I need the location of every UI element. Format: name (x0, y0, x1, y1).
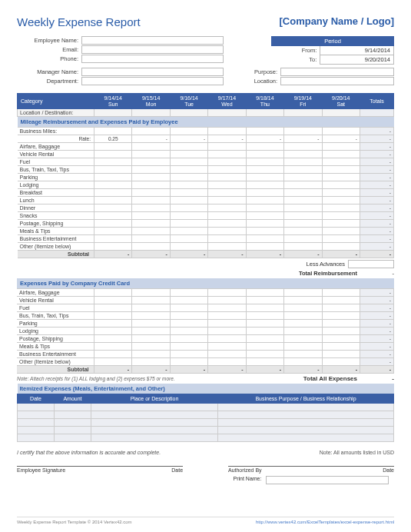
period-table: Period From:9/14/2014 To:9/20/2014 (271, 36, 394, 65)
from-value: 9/14/2014 (320, 46, 394, 55)
employee-signature-label: Employee Signature (17, 467, 65, 473)
col-day-5: 9/19/14Fri (284, 94, 322, 109)
manager-input[interactable] (81, 68, 224, 76)
manager-label: Manager Name: (17, 68, 78, 75)
employee-signature-block: Employee Signature Date (17, 466, 183, 484)
total-reimbursement-value: - (360, 270, 394, 277)
to-label: To: (272, 55, 320, 65)
itemized-header: Itemized Expenses (Meals, Entertainment,… (18, 384, 394, 394)
dept-label: Department: (17, 78, 78, 85)
total-all-label: Total All Expenses (303, 375, 357, 382)
col-day-2: 9/16/14Tue (170, 94, 207, 109)
authorized-signature-block: Authorized By Date Print Name: (228, 466, 394, 484)
col-day-0: 9/14/14Sun (94, 94, 132, 109)
to-value: 9/20/2014 (320, 55, 394, 65)
total-reimbursement-row: Total Reimbursement - (17, 270, 394, 277)
employee-name-input[interactable] (81, 36, 224, 45)
col-day-4: 9/18/14Thu (246, 94, 283, 109)
print-name-input[interactable] (266, 476, 389, 484)
certification-row: I certify that the above information is … (17, 450, 394, 455)
purpose-input[interactable] (280, 68, 394, 76)
phone-label: Phone: (17, 55, 78, 62)
col-day-6: 9/20/14Sat (322, 94, 360, 109)
print-name-label: Print Name: (234, 476, 262, 484)
manager-info: Manager Name: Department: Purpose: Locat… (17, 68, 394, 85)
dept-input[interactable] (81, 77, 224, 85)
col-day-3: 9/17/14Wed (208, 94, 246, 109)
col-category: Category (18, 94, 94, 109)
itemized-col-amount: Amount (55, 394, 91, 404)
currency-note: Note: All amounts listed in USD (320, 450, 394, 455)
less-advances-row: Less Advances (17, 260, 394, 268)
location-input[interactable] (280, 77, 394, 85)
col-day-1: 9/15/14Mon (132, 94, 170, 109)
authorized-label: Authorized By (228, 467, 262, 473)
email-input[interactable] (81, 45, 224, 54)
col-totals: Totals (360, 94, 394, 109)
itemized-col-purpose: Business Purpose / Business Relationship (218, 394, 394, 404)
receipts-note: Note: Attach receipts for (1) ALL lodgin… (17, 376, 175, 381)
less-advances-input[interactable] (348, 260, 394, 268)
company-logo-placeholder: [Company Name / Logo] (279, 15, 394, 27)
itemized-col-date: Date (18, 394, 55, 404)
header: Weekly Expense Report [Company Name / Lo… (17, 15, 394, 28)
employee-info: Employee Name: Email: Phone: Period From… (17, 36, 394, 65)
expense-report-page: Weekly Expense Report [Company Name / Lo… (0, 0, 411, 532)
total-all-value: - (363, 375, 394, 382)
expense-grid: Category 9/14/14Sun 9/15/14Mon 9/16/14Tu… (17, 93, 394, 258)
report-title: Weekly Expense Report (17, 15, 141, 28)
from-label: From: (272, 46, 320, 55)
itemized-table: Itemized Expenses (Meals, Entertainment,… (17, 384, 394, 442)
phone-input[interactable] (81, 55, 224, 63)
certification-text: I certify that the above information is … (17, 450, 161, 455)
itemized-col-place: Place or Description (91, 394, 218, 404)
total-reimbursement-label: Total Reimbursement (299, 270, 357, 277)
receipts-note-row: Note: Attach receipts for (1) ALL lodgin… (17, 375, 394, 382)
signature-row: Employee Signature Date Authorized By Da… (17, 466, 394, 484)
expense-grid-2: Expenses Paid by Company Credit CardAirf… (17, 278, 394, 374)
location-label: Location: (239, 78, 277, 85)
page-footer: Weekly Expense Report Template © 2014 Ve… (17, 517, 394, 524)
employee-date-label: Date (171, 467, 183, 473)
purpose-label: Purpose: (239, 68, 277, 75)
footer-left: Weekly Expense Report Template © 2014 Ve… (17, 520, 132, 524)
employee-name-label: Employee Name: (17, 37, 78, 44)
less-advances-label: Less Advances (307, 261, 345, 268)
grid-header-row: Category 9/14/14Sun 9/15/14Mon 9/16/14Tu… (18, 94, 394, 109)
authorized-date-label: Date (383, 467, 394, 473)
email-label: Email: (17, 46, 78, 53)
footer-right: http://www.vertex42.com/ExcelTemplates/e… (256, 520, 394, 524)
period-header: Period (272, 37, 394, 46)
